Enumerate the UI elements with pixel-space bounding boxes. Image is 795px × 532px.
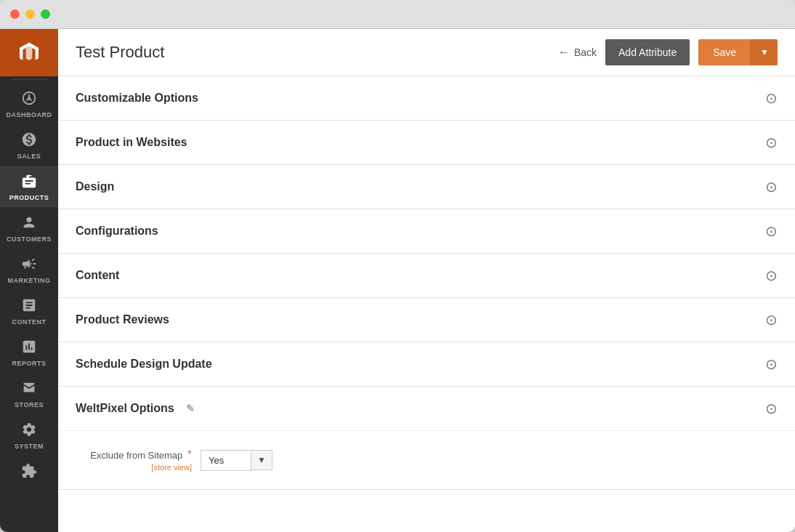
sidebar-item-system[interactable]: SYSTEM	[0, 414, 58, 456]
accordion-header-configurations[interactable]: Configurations ⊙	[58, 209, 795, 253]
edit-icon[interactable]: ✎	[186, 403, 195, 414]
add-attribute-button[interactable]: Add Attribute	[605, 39, 690, 65]
chevron-down-icon: ▼	[760, 47, 769, 57]
accordion-item-product-in-websites: Product in Websites ⊙	[58, 121, 795, 165]
titlebar	[0, 0, 795, 29]
sidebar: DASHBOARD SALES PRODUCTS CUSTOMERS	[0, 29, 58, 532]
sidebar-item-marketing-label: MARKETING	[8, 277, 51, 284]
required-star: *	[187, 448, 192, 461]
magento-logo-icon	[16, 40, 42, 66]
sidebar-item-stores-label: STORES	[15, 401, 44, 408]
sidebar-logo	[0, 29, 58, 76]
sidebar-item-content-label: CONTENT	[12, 318, 47, 326]
accordion-item-design: Design ⊙	[58, 165, 795, 209]
accordion-title-schedule-design-update: Schedule Design Update	[76, 358, 212, 371]
app-window: DASHBOARD SALES PRODUCTS CUSTOMERS	[0, 0, 795, 532]
sidebar-item-dashboard-label: DASHBOARD	[7, 111, 52, 118]
sidebar-item-content[interactable]: CONTENT	[0, 290, 58, 331]
exclude-from-sitemap-field-row: Exclude from Sitemap * [store view] Yes …	[76, 448, 778, 472]
sidebar-item-reports[interactable]: REPORTS	[0, 331, 58, 373]
reports-icon	[21, 339, 37, 357]
accordion-header-product-reviews[interactable]: Product Reviews ⊙	[58, 298, 795, 342]
sidebar-item-sales-label: SALES	[17, 153, 41, 160]
dashboard-icon	[21, 90, 37, 108]
chevron-down-icon: ⊙	[765, 355, 778, 373]
accordion-header-content[interactable]: Content ⊙	[58, 254, 795, 297]
sidebar-top-divider	[12, 79, 47, 80]
app-body: DASHBOARD SALES PRODUCTS CUSTOMERS	[0, 29, 795, 532]
chevron-down-icon: ⊙	[765, 134, 778, 151]
accordion-item-weltpixel-options: WeltPixel Options ✎ ⊙ Exclude from Sitem…	[58, 387, 795, 490]
page-header: Test Product ← Back Add Attribute Save ▼	[58, 29, 795, 76]
accordion-title-design: Design	[76, 180, 114, 193]
products-icon	[21, 173, 37, 191]
sidebar-item-reports-label: REPORTS	[12, 360, 46, 367]
chevron-up-icon: ⊙	[765, 400, 778, 417]
sales-icon	[21, 132, 37, 150]
accordion-title-product-in-websites: Product in Websites	[76, 136, 187, 149]
sidebar-item-customers[interactable]: CUSTOMERS	[0, 207, 58, 249]
field-label-wrap: Exclude from Sitemap * [store view]	[76, 448, 192, 472]
sidebar-item-sales[interactable]: SALES	[0, 124, 58, 166]
customers-icon	[21, 214, 37, 233]
content-area: Customizable Options ⊙ Product in Websit…	[58, 76, 795, 532]
extensions-icon	[21, 463, 37, 481]
back-label: Back	[574, 47, 597, 58]
save-button[interactable]: Save	[698, 39, 751, 65]
save-dropdown-button[interactable]: ▼	[751, 39, 778, 65]
back-button[interactable]: ← Back	[558, 46, 597, 59]
accordion-item-product-reviews: Product Reviews ⊙	[58, 298, 795, 342]
chevron-down-icon: ⊙	[765, 222, 778, 240]
save-button-group: Save ▼	[698, 39, 778, 65]
main-content: Test Product ← Back Add Attribute Save ▼	[58, 29, 795, 532]
chevron-down-icon: ⊙	[765, 311, 778, 329]
chevron-down-icon: ⊙	[765, 267, 778, 284]
content-icon	[21, 297, 37, 315]
accordion-item-customizable-options: Customizable Options ⊙	[58, 76, 795, 121]
accordion-header-design[interactable]: Design ⊙	[58, 165, 795, 209]
accordion-header-schedule-design-update[interactable]: Schedule Design Update ⊙	[58, 342, 795, 386]
back-arrow-icon: ←	[558, 46, 570, 59]
accordion-item-configurations: Configurations ⊙	[58, 209, 795, 254]
sidebar-item-marketing[interactable]: MARKETING	[0, 249, 58, 290]
chevron-down-icon: ⊙	[765, 178, 778, 196]
accordion-title-customizable-options: Customizable Options	[76, 92, 198, 105]
accordion-title-weltpixel-options: WeltPixel Options ✎	[76, 402, 195, 415]
sidebar-item-products[interactable]: PRODUCTS	[0, 166, 58, 207]
accordion-title-configurations: Configurations	[76, 225, 158, 238]
page-title: Test Product	[76, 43, 558, 62]
chevron-down-icon: ⊙	[765, 89, 778, 107]
sidebar-item-products-label: PRODUCTS	[9, 194, 49, 201]
maximize-button[interactable]	[41, 9, 50, 19]
accordion-title-product-reviews: Product Reviews	[76, 313, 169, 326]
system-icon	[21, 422, 37, 440]
exclude-from-sitemap-select[interactable]: Yes No	[201, 450, 251, 471]
accordion-header-product-in-websites[interactable]: Product in Websites ⊙	[58, 121, 795, 164]
store-view-label: [store view]	[76, 463, 192, 472]
accordion-item-schedule-design-update: Schedule Design Update ⊙	[58, 342, 795, 387]
sidebar-item-extensions[interactable]	[0, 456, 58, 490]
accordion-title-content: Content	[76, 269, 119, 282]
stores-icon	[21, 380, 37, 398]
accordion-header-customizable-options[interactable]: Customizable Options ⊙	[58, 76, 795, 120]
dropdown-arrow-icon: ▼	[257, 455, 266, 465]
close-button[interactable]	[10, 9, 20, 19]
header-actions: ← Back Add Attribute Save ▼	[558, 39, 778, 65]
minimize-button[interactable]	[25, 9, 35, 19]
exclude-from-sitemap-label: Exclude from Sitemap	[90, 450, 182, 461]
sidebar-item-customers-label: CUSTOMERS	[7, 235, 52, 243]
accordion-header-weltpixel-options[interactable]: WeltPixel Options ✎ ⊙	[58, 387, 795, 430]
weltpixel-expanded-content: Exclude from Sitemap * [store view] Yes …	[58, 430, 795, 489]
accordion-item-content: Content ⊙	[58, 254, 795, 298]
sidebar-item-system-label: SYSTEM	[15, 443, 44, 450]
sidebar-item-dashboard[interactable]: DASHBOARD	[0, 83, 58, 124]
marketing-icon	[21, 256, 37, 274]
exclude-from-sitemap-select-wrap: Yes No ▼	[201, 450, 273, 471]
select-dropdown-button[interactable]: ▼	[251, 450, 273, 470]
sidebar-item-stores[interactable]: STORES	[0, 373, 58, 414]
